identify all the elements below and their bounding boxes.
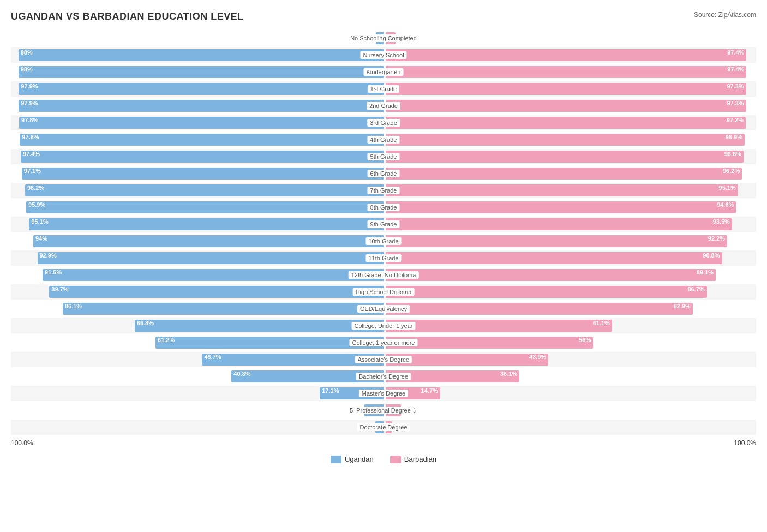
bar-left-wrap: 97.6%: [20, 134, 384, 146]
row-label: 8th Grade: [368, 204, 400, 211]
left-section: 97.1%: [11, 166, 384, 181]
value-right: 36.1%: [500, 370, 517, 377]
bar-right-wrap: 96.6%: [386, 151, 744, 163]
bar-left: 98%: [19, 66, 384, 78]
left-section: 98%: [11, 64, 384, 80]
row-label: Doctorate Degree: [357, 423, 410, 431]
value-right: 96.2%: [723, 168, 740, 174]
value-right: 96.9%: [726, 134, 742, 140]
value-right: 89.1%: [697, 269, 714, 276]
right-section: 97.3%: [384, 81, 756, 97]
row-label: 11th Grade: [365, 254, 401, 262]
bar-left-wrap: 89.7%: [49, 286, 384, 298]
right-section: 89.1%: [384, 267, 756, 283]
value-left: 86.1%: [65, 303, 82, 309]
bar-right: 95.1%: [386, 184, 738, 196]
bar-row: 92.9% 11th Grade 90.8%: [11, 250, 756, 266]
value-left: 94%: [35, 235, 47, 242]
bar-left: 66.8%: [135, 320, 384, 332]
bar-row: 48.7% Associate's Degree 43.9%: [11, 352, 756, 367]
bar-right-wrap: 82.9%: [386, 303, 693, 315]
value-right: 90.8%: [703, 252, 720, 259]
bar-right-wrap: 61.1%: [386, 320, 612, 332]
right-section: 1.6%: [384, 420, 756, 435]
left-section: 97.9%: [11, 81, 384, 97]
left-section: 40.8%: [11, 369, 384, 384]
left-section: 97.4%: [11, 149, 384, 164]
chart-title: UGANDAN VS BARBADIAN EDUCATION LEVEL: [11, 11, 756, 22]
bar-right-wrap: 97.3%: [386, 100, 746, 112]
value-left: 91.5%: [45, 269, 62, 276]
value-left: 98%: [21, 66, 33, 73]
barbadian-color-swatch: [390, 456, 401, 463]
bar-left: 97.9%: [19, 83, 384, 95]
right-section: 14.7%: [384, 386, 756, 401]
bar-right: 94.6%: [386, 201, 736, 213]
bar-left: 89.7%: [49, 286, 384, 298]
bar-right-wrap: 92.2%: [386, 235, 727, 247]
bar-row: 2.2% Doctorate Degree 1.6%: [11, 420, 756, 435]
bar-row: 5.1% Professional Degree 4.1%: [11, 403, 756, 418]
right-section: 2.6%: [384, 31, 756, 46]
right-section: 97.2%: [384, 115, 756, 130]
value-right: 43.9%: [529, 354, 546, 360]
bar-left-wrap: 96.2%: [25, 184, 384, 196]
bar-row: 98% Kindergarten 97.4%: [11, 64, 756, 80]
value-right: 97.4%: [727, 49, 744, 56]
right-section: 95.1%: [384, 183, 756, 198]
value-right: 92.2%: [708, 235, 725, 242]
bar-right-wrap: 89.1%: [386, 269, 716, 281]
bar-right: 82.9%: [386, 303, 693, 315]
value-right: 14.7%: [421, 387, 438, 394]
bar-right-wrap: 97.4%: [386, 49, 746, 61]
bar-right-wrap: 96.2%: [386, 168, 742, 180]
bar-row: 17.1% Master's Degree 14.7%: [11, 386, 756, 401]
row-label: 6th Grade: [368, 170, 400, 177]
row-label: 3rd Grade: [367, 119, 400, 127]
bar-right: 97.4%: [386, 66, 746, 78]
left-section: 61.2%: [11, 335, 384, 350]
bar-right: 97.4%: [386, 49, 746, 61]
right-section: 94.6%: [384, 200, 756, 215]
bar-row: 66.8% College, Under 1 year 61.1%: [11, 318, 756, 333]
row-label: Master's Degree: [359, 390, 408, 397]
bar-row: 89.7% High School Diploma 86.7%: [11, 284, 756, 300]
left-section: 97.6%: [11, 132, 384, 147]
value-right: 56%: [579, 337, 591, 343]
bar-right-wrap: 97.3%: [386, 83, 746, 95]
bar-left: 97.9%: [19, 100, 384, 112]
bar-row: 96.2% 7th Grade 95.1%: [11, 183, 756, 198]
bar-left: 91.5%: [43, 269, 384, 281]
bar-left-wrap: 98%: [19, 66, 384, 78]
bar-row: 91.5% 12th Grade, No Diploma 89.1%: [11, 267, 756, 283]
bar-row: 94% 10th Grade 92.2%: [11, 234, 756, 249]
bar-row: 97.4% 5th Grade 96.6%: [11, 149, 756, 164]
row-label: Nursery School: [360, 51, 406, 59]
right-section: 90.8%: [384, 250, 756, 266]
row-label: 2nd Grade: [367, 102, 400, 110]
right-section: 97.4%: [384, 47, 756, 63]
bar-left-wrap: 97.4%: [21, 151, 384, 163]
left-section: 95.9%: [11, 200, 384, 215]
right-section: 61.1%: [384, 318, 756, 333]
bar-left-wrap: 94%: [33, 235, 384, 247]
value-left: 96.2%: [27, 184, 44, 191]
bar-right: 97.3%: [386, 100, 746, 112]
value-left: 95.1%: [31, 218, 48, 225]
row-label: 12th Grade, No Diploma: [349, 271, 419, 279]
row-label: Associate's Degree: [355, 356, 412, 363]
bar-right: 96.9%: [386, 134, 745, 146]
value-right: 97.3%: [727, 100, 744, 106]
bar-left-wrap: 66.8%: [135, 320, 384, 332]
bar-right: 96.2%: [386, 168, 742, 180]
row-label: College, Under 1 year: [351, 322, 415, 330]
bar-right-wrap: 96.9%: [386, 134, 745, 146]
value-left: 97.9%: [21, 83, 38, 89]
bar-left: 97.1%: [22, 168, 384, 180]
left-section: 86.1%: [11, 301, 384, 316]
chart-area: 2% No Schooling Completed 2.6% 98% Nurse…: [11, 31, 756, 435]
bar-row: 2% No Schooling Completed 2.6%: [11, 31, 756, 46]
ugandan-label: Ugandan: [345, 455, 374, 463]
row-label: Professional Degree: [353, 407, 414, 414]
left-section: 5.1%: [11, 403, 384, 418]
